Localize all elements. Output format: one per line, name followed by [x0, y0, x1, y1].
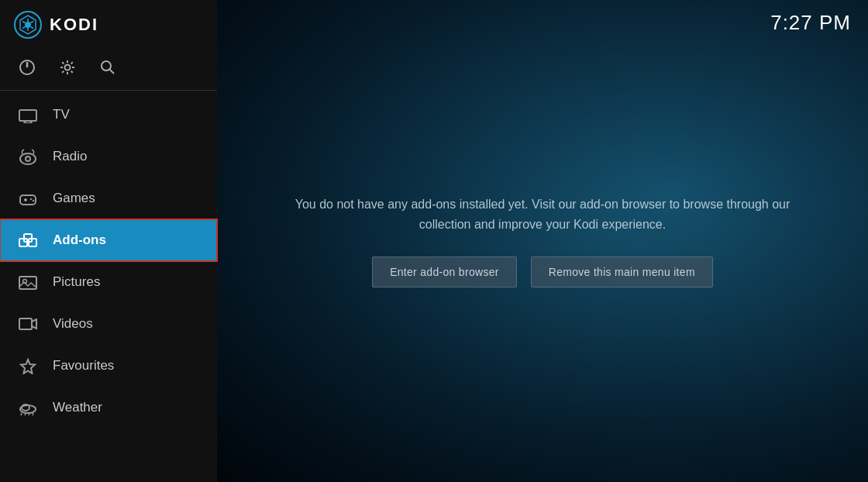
sidebar-top-icons: [0, 50, 217, 90]
svg-point-23: [30, 198, 32, 200]
svg-point-11: [65, 65, 71, 71]
main-message: You do not have any add-ons installed ye…: [287, 195, 798, 234]
svg-point-19: [26, 157, 30, 161]
power-icon: [19, 59, 36, 76]
sidebar-divider: [0, 90, 217, 91]
sidebar-item-favourites[interactable]: Favourites: [0, 345, 217, 387]
svg-line-7: [31, 22, 34, 23]
sidebar-item-pictures[interactable]: Pictures: [0, 261, 217, 303]
sidebar-item-games[interactable]: Games: [0, 177, 217, 219]
sidebar: KODI: [0, 0, 217, 482]
main-content: 7:27 PM You do not have any add-ons inst…: [217, 0, 868, 482]
app-title: KODI: [50, 15, 98, 35]
sidebar-item-addons-label: Add-ons: [53, 232, 106, 248]
sidebar-item-favourites-label: Favourites: [53, 358, 114, 374]
settings-button[interactable]: [57, 57, 78, 77]
svg-point-12: [102, 61, 111, 71]
pictures-icon: [17, 271, 39, 293]
sidebar-item-videos-label: Videos: [53, 316, 93, 332]
tv-icon: [17, 104, 39, 126]
sidebar-header: KODI: [0, 0, 217, 50]
sidebar-item-weather-label: Weather: [53, 400, 102, 415]
enter-addon-browser-button[interactable]: Enter add-on browser: [372, 256, 517, 287]
addons-icon: [17, 229, 39, 251]
main-buttons: Enter add-on browser Remove this main me…: [287, 256, 798, 287]
svg-point-2: [25, 22, 31, 28]
svg-marker-31: [21, 360, 35, 374]
sidebar-item-pictures-label: Pictures: [53, 274, 100, 290]
sidebar-item-radio-label: Radio: [53, 149, 87, 164]
sidebar-item-videos[interactable]: Videos: [0, 303, 217, 345]
games-icon: [17, 188, 39, 209]
svg-line-5: [22, 22, 26, 23]
sidebar-item-addons[interactable]: Add-ons: [0, 219, 217, 261]
svg-point-18: [20, 153, 36, 164]
svg-rect-30: [19, 318, 32, 329]
search-icon: [99, 59, 116, 76]
remove-menu-item-button[interactable]: Remove this main menu item: [531, 256, 713, 287]
favourites-icon: [17, 355, 39, 377]
svg-line-6: [31, 27, 34, 29]
sidebar-item-tv[interactable]: TV: [0, 94, 217, 136]
sidebar-item-weather[interactable]: Weather: [0, 387, 217, 429]
svg-point-24: [33, 200, 34, 201]
videos-icon: [17, 313, 39, 335]
kodi-logo-icon: [14, 11, 42, 39]
svg-line-34: [21, 413, 22, 415]
sidebar-item-radio[interactable]: Radio: [0, 136, 217, 177]
svg-line-37: [33, 413, 33, 415]
svg-line-36: [29, 413, 29, 415]
main-center-panel: You do not have any add-ons installed ye…: [271, 179, 814, 302]
power-button[interactable]: [17, 57, 37, 77]
svg-rect-14: [19, 110, 36, 121]
sidebar-item-tv-label: TV: [53, 107, 70, 122]
sidebar-item-games-label: Games: [53, 191, 95, 206]
svg-line-13: [110, 70, 115, 74]
svg-line-8: [22, 27, 26, 29]
settings-icon: [59, 59, 76, 76]
svg-line-35: [25, 413, 26, 415]
weather-icon: [17, 397, 39, 418]
svg-rect-28: [19, 277, 36, 289]
radio-icon: [17, 146, 39, 167]
search-button[interactable]: [98, 57, 118, 77]
sidebar-nav: TV Radio: [0, 94, 217, 482]
time-display: 7:27 PM: [770, 11, 851, 35]
